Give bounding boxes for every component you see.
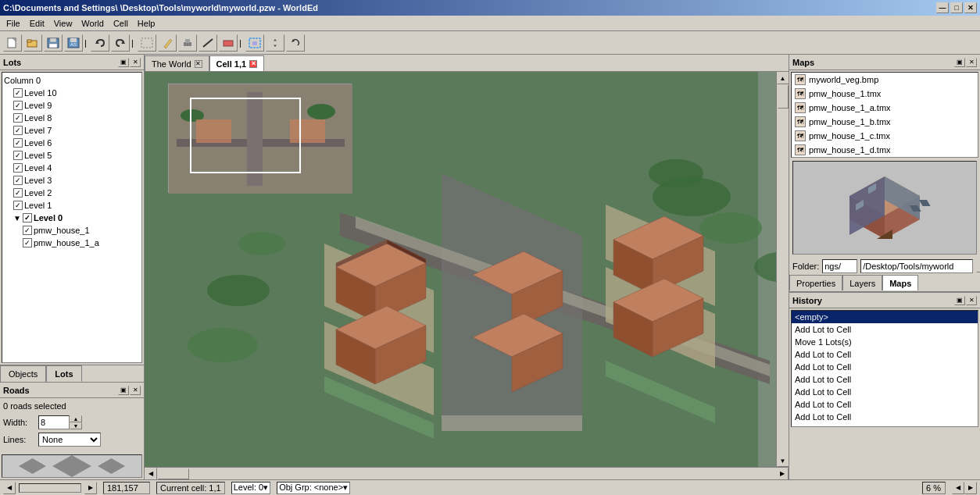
- history-close-button[interactable]: ✕: [966, 296, 977, 305]
- erase-button[interactable]: [219, 34, 238, 52]
- lots-tab[interactable]: Lots: [46, 365, 81, 382]
- close-button[interactable]: ✕: [964, 2, 977, 13]
- width-input[interactable]: [38, 415, 70, 429]
- status-h-scroll-left[interactable]: ◀: [3, 482, 16, 494]
- viewport-h-scrollbar[interactable]: ◀ ▶: [145, 467, 789, 479]
- lots-tree[interactable]: Column 0 ✓ Level 10 ✓ Level 9 ✓ Level 8 …: [2, 72, 142, 363]
- cell-tab[interactable]: Cell 1,1 ✕: [209, 55, 265, 71]
- level-4-item[interactable]: ✓ Level 4: [4, 162, 140, 174]
- level-2-item[interactable]: ✓ Level 2: [4, 187, 140, 199]
- menu-file[interactable]: File: [2, 17, 25, 30]
- redo-button[interactable]: [111, 34, 130, 52]
- pmw-house-1a-item[interactable]: ✓ pmw_house_1_a: [4, 237, 140, 249]
- level-0-checkbox[interactable]: ✓: [23, 213, 32, 223]
- maximize-button[interactable]: □: [950, 2, 963, 13]
- obj-rotate-button[interactable]: [286, 34, 305, 52]
- maps-float-button[interactable]: ▣: [954, 58, 965, 67]
- left-scrollbar-track[interactable]: [19, 483, 81, 493]
- obj-sel-button[interactable]: [245, 34, 264, 52]
- level-7-item[interactable]: ✓ Level 7: [4, 124, 140, 137]
- history-item-2[interactable]: Move 1 Lots(s): [792, 336, 978, 348]
- zoom-scroll-left[interactable]: ◀: [952, 482, 964, 494]
- lots-float-button[interactable]: ▣: [118, 58, 129, 67]
- stamp-button[interactable]: [178, 34, 197, 52]
- width-spinner[interactable]: ▲ ▼: [70, 415, 82, 429]
- history-item-4[interactable]: Add Lot to Cell: [792, 361, 978, 373]
- level-7-checkbox[interactable]: ✓: [13, 126, 23, 135]
- undo-button[interactable]: [91, 34, 109, 52]
- zoom-scroll-right[interactable]: ▶: [964, 482, 977, 494]
- line-button[interactable]: [199, 34, 217, 52]
- level-9-checkbox[interactable]: ✓: [13, 101, 23, 110]
- map-item-house1[interactable]: 🗺 pmw_house_1.tmx: [792, 87, 978, 101]
- history-item-3[interactable]: Add Lot to Cell: [792, 348, 978, 361]
- width-down-button[interactable]: ▼: [70, 422, 82, 429]
- save-as-button[interactable]: AS: [64, 34, 83, 52]
- roads-float-button[interactable]: ▣: [118, 386, 129, 395]
- save-button[interactable]: [44, 34, 63, 52]
- menu-cell[interactable]: Cell: [109, 17, 133, 30]
- layers-tab[interactable]: Layers: [842, 275, 882, 290]
- obj-move-button[interactable]: [266, 34, 284, 52]
- lots-close-button[interactable]: ✕: [130, 58, 141, 67]
- map-item-veg[interactable]: 🗺 myworld_veg.bmp: [792, 73, 978, 87]
- lines-select[interactable]: None: [38, 433, 101, 447]
- history-item-9[interactable]: Add Lot to Cell: [792, 423, 978, 427]
- menu-world[interactable]: World: [77, 17, 109, 30]
- menu-help[interactable]: Help: [133, 17, 160, 30]
- v-scroll-up[interactable]: ▲: [777, 72, 789, 84]
- folder-path-input[interactable]: [860, 259, 973, 273]
- h-scroll-left[interactable]: ◀: [145, 468, 157, 480]
- width-up-button[interactable]: ▲: [70, 415, 82, 422]
- level-3-item[interactable]: ✓ Level 3: [4, 174, 140, 187]
- level-10-checkbox[interactable]: ✓: [13, 88, 23, 98]
- new-button[interactable]: [3, 34, 22, 52]
- world-tab[interactable]: The World ✕: [145, 55, 209, 71]
- pmw-house-1-item[interactable]: ✓ pmw_house_1: [4, 224, 140, 237]
- level-1-item[interactable]: ✓ Level 1: [4, 199, 140, 212]
- level-4-checkbox[interactable]: ✓: [13, 163, 23, 173]
- minimize-button[interactable]: —: [936, 2, 949, 13]
- level-9-item[interactable]: ✓ Level 9: [4, 99, 140, 112]
- history-item-8[interactable]: Add Lot to Cell: [792, 411, 978, 423]
- history-item-6[interactable]: Add Lot to Cell: [792, 386, 978, 398]
- map-item-house2a[interactable]: 🗺 pmw_house_2_a.tmx: [792, 157, 978, 158]
- h-scroll-thumb[interactable]: [158, 468, 189, 479]
- map-item-house1d[interactable]: 🗺 pmw_house_1_d.tmx: [792, 143, 978, 157]
- level-5-checkbox[interactable]: ✓: [13, 151, 23, 160]
- v-scroll-thumb[interactable]: [778, 85, 789, 109]
- folder-browse-button[interactable]: ...: [976, 260, 980, 272]
- v-scroll-down[interactable]: ▼: [777, 454, 789, 467]
- level-3-checkbox[interactable]: ✓: [13, 176, 23, 185]
- objects-tab[interactable]: Objects: [0, 365, 46, 382]
- menu-view[interactable]: View: [49, 17, 77, 30]
- main-viewport[interactable]: [145, 72, 776, 467]
- status-h-scroll-right[interactable]: ▶: [84, 482, 97, 494]
- history-float-button[interactable]: ▣: [954, 296, 965, 305]
- maps-list[interactable]: 🗺 myworld_veg.bmp 🗺 pmw_house_1.tmx 🗺 pm…: [791, 72, 978, 158]
- open-button[interactable]: [23, 34, 42, 52]
- level-10-item[interactable]: ✓ Level 10: [4, 87, 140, 99]
- level-8-item[interactable]: ✓ Level 8: [4, 112, 140, 124]
- level-2-checkbox[interactable]: ✓: [13, 188, 23, 198]
- world-tab-close[interactable]: ✕: [195, 60, 202, 68]
- map-item-house1c[interactable]: 🗺 pmw_house_1_c.tmx: [792, 129, 978, 143]
- history-item-1[interactable]: Add Lot to Cell: [792, 323, 978, 336]
- history-item-5[interactable]: Add Lot to Cell: [792, 373, 978, 386]
- level-6-checkbox[interactable]: ✓: [13, 138, 23, 148]
- viewport-v-scrollbar[interactable]: ▲ ▼: [776, 72, 789, 467]
- maps-close-button[interactable]: ✕: [966, 58, 977, 67]
- level-1-checkbox[interactable]: ✓: [13, 201, 23, 210]
- pmw-house-1a-checkbox[interactable]: ✓: [23, 238, 32, 248]
- select-button[interactable]: [138, 34, 156, 52]
- pmw-house-1-checkbox[interactable]: ✓: [23, 226, 32, 235]
- folder-value-input[interactable]: [822, 259, 857, 273]
- pencil-button[interactable]: [158, 34, 177, 52]
- history-item-0[interactable]: <empty>: [792, 311, 978, 323]
- menu-edit[interactable]: Edit: [25, 17, 49, 30]
- obj-grp-dropdown[interactable]: Obj Grp: <none>▾: [277, 482, 350, 494]
- cell-tab-close[interactable]: ✕: [249, 60, 257, 68]
- properties-tab[interactable]: Properties: [789, 275, 842, 290]
- roads-close-button[interactable]: ✕: [130, 386, 141, 395]
- level-5-item[interactable]: ✓ Level 5: [4, 149, 140, 162]
